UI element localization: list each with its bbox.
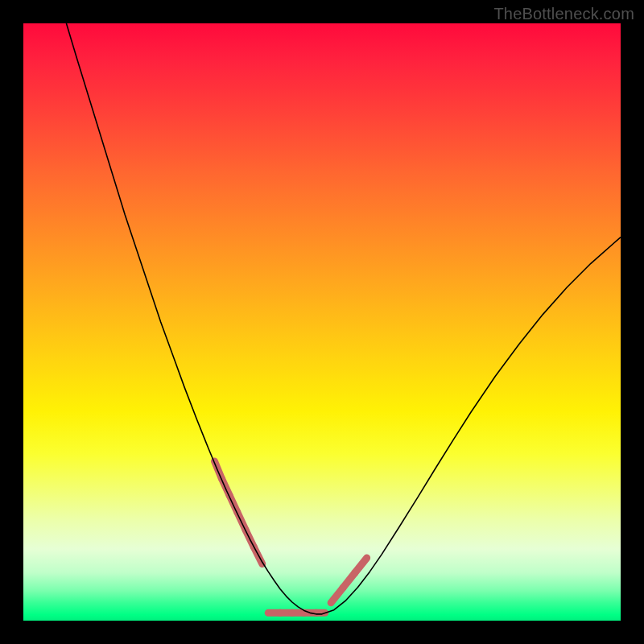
watermark-text: TheBottleneck.com bbox=[493, 5, 634, 23]
curve-layer bbox=[23, 23, 621, 621]
highlight-segment bbox=[355, 558, 367, 573]
plot-area bbox=[23, 23, 621, 621]
curve-path bbox=[66, 23, 621, 614]
chart-frame: TheBottleneck.com bbox=[0, 0, 644, 644]
